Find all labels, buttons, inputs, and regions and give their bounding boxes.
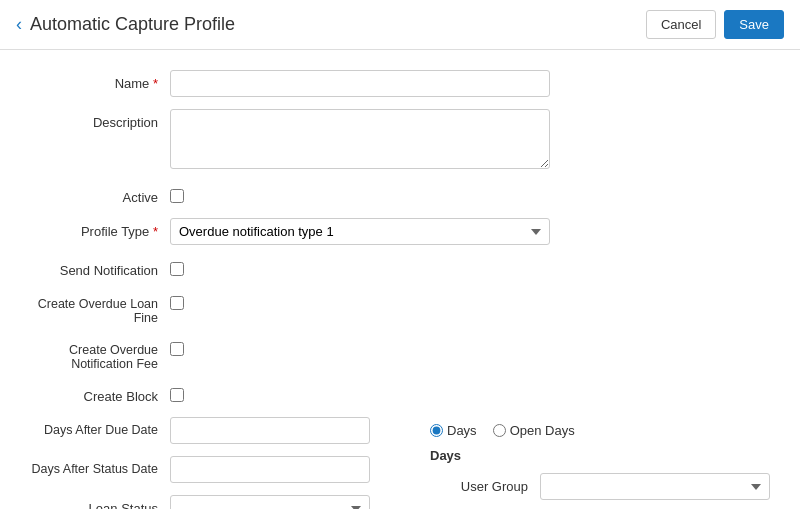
name-input[interactable] bbox=[170, 70, 550, 97]
open-days-radio[interactable] bbox=[493, 424, 506, 437]
two-col-section: Days After Due Date Days After Status Da… bbox=[30, 417, 770, 509]
days-after-status-date-label: Days After Status Date bbox=[30, 456, 170, 476]
description-label: Description bbox=[30, 109, 170, 130]
page-header: ‹ Automatic Capture Profile Cancel Save bbox=[0, 0, 800, 50]
create-overdue-loan-fine-label: Create Overdue Loan Fine bbox=[30, 291, 170, 325]
create-overdue-loan-fine-row: Create Overdue Loan Fine bbox=[30, 291, 770, 325]
description-control bbox=[170, 109, 550, 172]
days-section-label: Days bbox=[430, 440, 461, 463]
days-radio-group: Days Open Days bbox=[430, 417, 770, 438]
days-radio[interactable] bbox=[430, 424, 443, 437]
days-after-due-date-label: Days After Due Date bbox=[30, 417, 170, 437]
active-control bbox=[170, 184, 550, 206]
user-group-label: User Group bbox=[430, 479, 540, 494]
send-notification-control bbox=[170, 257, 550, 279]
days-radio-text: Days bbox=[447, 423, 477, 438]
create-block-control bbox=[170, 383, 550, 405]
header-left: ‹ Automatic Capture Profile bbox=[16, 14, 235, 35]
open-days-radio-label[interactable]: Open Days bbox=[493, 423, 575, 438]
profile-type-select[interactable]: Overdue notification type 1 Overdue noti… bbox=[170, 218, 550, 245]
create-overdue-notification-fee-row: Create Overdue Notification Fee bbox=[30, 337, 770, 371]
cancel-button[interactable]: Cancel bbox=[646, 10, 716, 39]
user-group-row: User Group bbox=[430, 473, 770, 500]
name-label: Name bbox=[30, 70, 170, 91]
page-title: Automatic Capture Profile bbox=[30, 14, 235, 35]
loan-status-row: Loan Status bbox=[30, 495, 370, 509]
days-after-due-date-row: Days After Due Date bbox=[30, 417, 370, 444]
form-container: Name Description Active Profile Type Ove… bbox=[0, 50, 800, 509]
profile-type-control: Overdue notification type 1 Overdue noti… bbox=[170, 218, 550, 245]
name-row: Name bbox=[30, 70, 770, 97]
active-checkbox[interactable] bbox=[170, 189, 184, 203]
send-notification-checkbox[interactable] bbox=[170, 262, 184, 276]
save-button[interactable]: Save bbox=[724, 10, 784, 39]
days-after-due-date-control bbox=[170, 417, 370, 444]
description-input[interactable] bbox=[170, 109, 550, 169]
days-after-status-date-row: Days After Status Date bbox=[30, 456, 370, 483]
profile-type-label: Profile Type bbox=[30, 218, 170, 239]
create-block-label: Create Block bbox=[30, 383, 170, 404]
right-column: Days Open Days Days User Group bbox=[390, 417, 770, 509]
description-row: Description bbox=[30, 109, 770, 172]
loan-status-select[interactable] bbox=[170, 495, 370, 509]
days-after-due-date-input[interactable] bbox=[170, 417, 370, 444]
user-group-select[interactable] bbox=[540, 473, 770, 500]
active-label: Active bbox=[30, 184, 170, 205]
create-overdue-notification-fee-checkbox[interactable] bbox=[170, 342, 184, 356]
days-after-status-date-input[interactable] bbox=[170, 456, 370, 483]
header-actions: Cancel Save bbox=[646, 10, 784, 39]
create-overdue-loan-fine-checkbox[interactable] bbox=[170, 296, 184, 310]
create-block-checkbox[interactable] bbox=[170, 388, 184, 402]
open-days-radio-text: Open Days bbox=[510, 423, 575, 438]
create-overdue-notification-fee-control bbox=[170, 337, 550, 359]
user-group-control bbox=[540, 473, 770, 500]
send-notification-row: Send Notification bbox=[30, 257, 770, 279]
create-overdue-notification-fee-label: Create Overdue Notification Fee bbox=[30, 337, 170, 371]
profile-type-row: Profile Type Overdue notification type 1… bbox=[30, 218, 770, 245]
days-radio-label[interactable]: Days bbox=[430, 423, 477, 438]
back-button[interactable]: ‹ bbox=[16, 14, 22, 35]
create-block-row: Create Block bbox=[30, 383, 770, 405]
left-column: Days After Due Date Days After Status Da… bbox=[30, 417, 370, 509]
loan-status-label: Loan Status bbox=[30, 495, 170, 509]
loan-status-control bbox=[170, 495, 370, 509]
active-row: Active bbox=[30, 184, 770, 206]
name-control bbox=[170, 70, 550, 97]
create-overdue-loan-fine-control bbox=[170, 291, 550, 313]
days-after-status-date-control bbox=[170, 456, 370, 483]
send-notification-label: Send Notification bbox=[30, 257, 170, 278]
